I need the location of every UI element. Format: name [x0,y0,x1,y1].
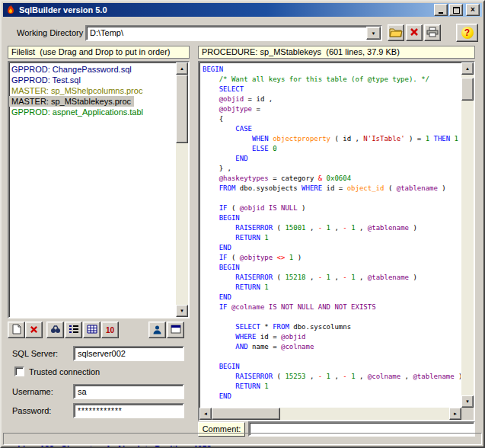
open-folder-icon [389,27,403,39]
list-view-button[interactable] [65,322,82,338]
arrow-up-icon: ▲ [465,66,470,71]
window-icon [171,325,181,335]
remove-file-button[interactable] [25,322,43,338]
arrow-down-icon: ▼ [465,399,470,404]
binoculars-icon [50,325,61,335]
code-line: @objtype = [203,104,461,114]
filelist-scrollbar[interactable]: ▲ ▼ [176,62,188,317]
code-line: BEGIN [203,263,461,273]
print-button[interactable] [424,24,441,41]
scroll-up-button[interactable]: ▲ [176,62,188,75]
delete-button[interactable] [406,24,423,41]
maximize-icon [453,7,460,14]
arrow-left-icon: ◄ [203,411,208,416]
working-directory-combobox[interactable]: D:\Temp\ ▼ [85,25,382,41]
scroll-right-button[interactable]: ► [449,408,461,420]
username-input[interactable] [73,384,184,399]
printer-icon [426,27,439,39]
scrollbar-thumb[interactable] [212,408,280,420]
title-bar: SqlBuilder version 5.0 × [3,3,482,17]
code-line: RAISERROR ( 15001 , - 1 , - 1 , @tablena… [203,223,461,233]
user-icon [152,325,162,336]
help-button[interactable]: ? [456,24,478,42]
code-line [203,352,461,362]
status-bar: Line: 138, Character: 4, Absolute Positi… [3,433,482,445]
red-x-icon [30,325,38,335]
code-line: FROM dbo.sysobjects WHERE id = object_id… [203,184,461,194]
ten-button[interactable]: 10 [101,322,119,338]
code-line: @objid = id , [203,94,461,104]
scrollbar-thumb[interactable] [176,75,188,143]
window-tool-button[interactable] [167,322,184,338]
scroll-up-button[interactable]: ▲ [461,62,474,75]
code-line: /* Want all keys for this table (of @typ… [203,75,461,85]
code-line: SELECT * FROM dbo.syscolumns [203,322,461,332]
close-icon: × [471,6,475,14]
code-line: AND name = @colname [203,342,461,352]
code-line: BEGIN [203,65,461,75]
code-line [203,194,461,203]
code-line [203,312,461,322]
code-line: IF ( @objtype <> 1 ) [203,253,461,263]
new-file-button[interactable] [8,322,25,338]
arrow-down-icon: ▼ [180,309,184,313]
find-button[interactable] [46,322,64,338]
status-text: Line: 138, Character: 4, Absolute Positi… [18,444,212,448]
list-item[interactable]: GPPROD: Test.sql [9,75,176,85]
scrollbar-thumb[interactable] [461,78,474,101]
window-title: SqlBuilder version 5.0 [19,5,432,14]
code-vertical-scrollbar[interactable]: ▲ ▼ [461,62,474,408]
password-input[interactable] [73,403,184,418]
maximize-button[interactable] [449,4,463,16]
scroll-down-button[interactable]: ▼ [176,305,188,317]
code-line: END [203,154,461,164]
scroll-left-button[interactable]: ◄ [199,408,212,420]
chevron-down-icon: ▼ [372,31,376,36]
minimize-button[interactable] [434,4,448,16]
code-line: @haskeytypes = category & 0x0604 [203,174,461,184]
app-flame-icon [5,4,16,16]
open-folder-button[interactable] [388,24,404,41]
arrow-right-icon: ► [453,411,458,416]
code-horizontal-scrollbar[interactable]: ◄ ► [199,408,461,420]
code-line: RAISERROR ( 15253 , - 1 , - 1 , @colname… [203,372,461,382]
grid-view-button[interactable] [83,322,101,338]
sql-server-label: SQL Server: [12,349,58,358]
filelist-items: GPPROD: ChangePassword.sqlGPPROD: Test.s… [9,64,176,317]
sql-server-input[interactable] [73,346,184,361]
code-line: ELSE 0 [203,144,461,154]
list-item[interactable]: GPPROD: aspnet_Applications.tabl [9,107,176,117]
user-connect-button[interactable] [148,322,166,338]
code-line: END [203,392,461,402]
help-question-icon: ? [461,27,474,39]
code-line: RETURN 1 [203,233,461,243]
grid-icon [87,325,97,335]
combobox-dropdown-button[interactable]: ▼ [366,27,381,40]
list-icon [69,325,79,335]
scroll-down-button[interactable]: ▼ [461,395,474,408]
code-line: WHEN objectproperty ( id , N'IsTable' ) … [203,134,461,144]
code-line: { [203,114,461,124]
scrollbar-corner [461,408,474,420]
code-line: RETURN 1 [203,283,461,293]
list-item[interactable]: MASTER: sp_MShelpcolumns.proc [9,85,176,96]
code-line: } , [203,164,461,174]
username-label: Username: [12,387,53,396]
filelist-box: GPPROD: ChangePassword.sqlGPPROD: Test.s… [8,61,190,318]
list-item[interactable]: GPPROD: ChangePassword.sql [9,64,176,75]
code-line: IF ( @objid IS NULL ) [203,203,461,213]
trusted-connection-checkbox[interactable] [14,366,24,376]
app-window: SqlBuilder version 5.0 × Working Directo… [0,0,485,448]
code-area[interactable]: BEGIN /* Want all keys for this table (o… [200,63,461,407]
code-line: RETURN 1 [203,382,461,392]
list-item[interactable]: MASTER: sp_MStablekeys.proc [9,96,134,107]
ten-icon: 10 [106,326,114,334]
password-label: Password: [12,406,51,415]
code-line: IF @colname IS NOT NULL AND NOT EXISTS [203,302,461,312]
code-line: BEGIN [203,213,461,223]
close-button[interactable]: × [466,4,480,16]
procedure-header: PROCEDURE: sp_MStablekeys (601 lines, 37… [198,46,475,59]
filelist-header: Filelist (use Drag and Drop to put in or… [8,46,190,59]
code-line: BEGIN [203,362,461,372]
working-directory-value: D:\Temp\ [90,27,123,39]
